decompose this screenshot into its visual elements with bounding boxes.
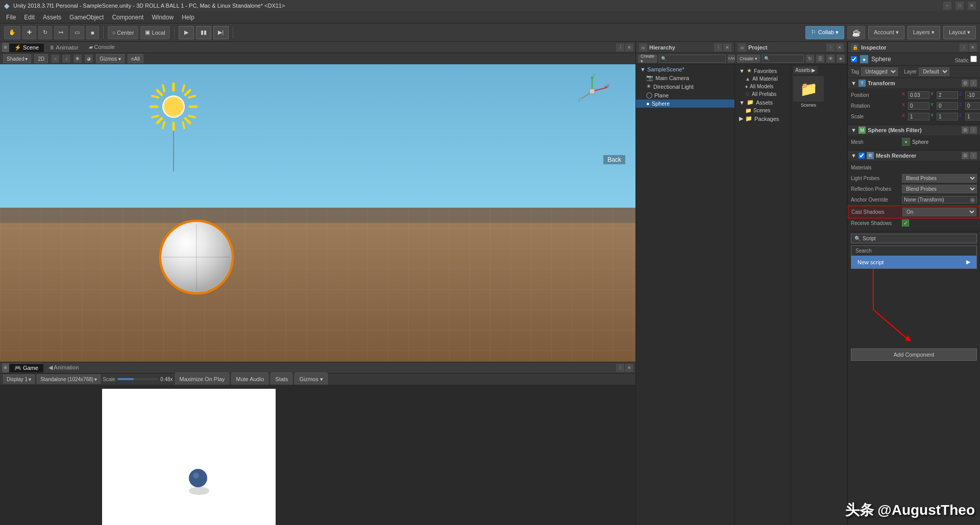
object-active-checkbox[interactable] xyxy=(851,56,857,62)
resolution-dropdown[interactable]: Standalone (1024x768) ▾ xyxy=(37,374,101,384)
play-btn[interactable]: ▶ xyxy=(179,26,194,39)
mr-settings-btn[interactable]: ⚙ xyxy=(962,152,969,159)
cast-shadows-dropdown[interactable]: On xyxy=(902,208,976,216)
receive-shadows-checkbox[interactable]: ✓ xyxy=(902,219,909,227)
proj-search-box[interactable]: 🔍 xyxy=(762,55,804,63)
menu-window[interactable]: Window xyxy=(148,13,178,22)
hier-all-btn[interactable]: ≡All xyxy=(728,55,735,63)
rot-y-input[interactable] xyxy=(937,102,958,110)
proj-settings-btn[interactable]: ☰ xyxy=(816,55,824,63)
scale-y-input[interactable] xyxy=(937,113,958,120)
rect-tool[interactable]: ▭ xyxy=(70,26,84,39)
collab-btn[interactable]: ⚐ Collab ▾ xyxy=(805,26,844,39)
minimize-btn[interactable]: − xyxy=(943,2,951,10)
rot-x-input[interactable] xyxy=(908,102,929,110)
pause-btn[interactable]: ▮▮ xyxy=(196,26,211,39)
new-script-item[interactable]: New script ▶ xyxy=(851,256,976,268)
pos-x-input[interactable] xyxy=(908,91,929,99)
scale-slider-track[interactable] xyxy=(117,378,158,380)
close-btn[interactable]: ✕ xyxy=(968,2,976,10)
scene-panel-dock[interactable]: ⁝ xyxy=(616,43,624,52)
proj-eye-btn[interactable]: 👁 xyxy=(826,55,835,63)
component-search-box[interactable]: 🔍 xyxy=(851,234,977,243)
scale-tool[interactable]: ↦ xyxy=(54,26,68,39)
scene-light-btn[interactable]: ☼ xyxy=(51,55,59,63)
menu-edit[interactable]: Edit xyxy=(20,13,39,22)
proj-assets-header[interactable]: ▼ 📁 Assets xyxy=(735,98,791,107)
hier-directional-light[interactable]: ☀ Directional Light xyxy=(636,82,734,91)
insp-dock-btn[interactable]: ⁝ xyxy=(960,43,968,52)
proj-create-btn[interactable]: Create ▾ xyxy=(737,55,760,63)
hier-search-box[interactable]: 🔍 xyxy=(659,55,726,63)
scene-hidden-btn[interactable]: ◕ xyxy=(85,55,93,63)
services-btn[interactable]: ☕ xyxy=(847,26,865,39)
maximize-on-play-btn[interactable]: Maximize On Play xyxy=(175,372,230,386)
2d-toggle[interactable]: 2D xyxy=(34,54,48,63)
anchor-override-value[interactable]: None (Transform) ◎ xyxy=(902,196,977,204)
scene-audio-btn[interactable]: ♪ xyxy=(62,55,70,63)
proj-favorites-header[interactable]: ▼ ★ Favorites xyxy=(735,66,791,75)
mesh-filter-header[interactable]: ▼ M Sphere (Mesh Filter) ⚙ ⁝ xyxy=(848,125,980,135)
mute-audio-btn[interactable]: Mute Audio xyxy=(231,372,268,386)
mf-settings-btn[interactable]: ⚙ xyxy=(962,127,969,134)
layout-btn[interactable]: Layout ▾ xyxy=(943,26,976,39)
tab-animator[interactable]: ⏸ Animator xyxy=(44,43,83,52)
insp-close-btn[interactable]: ✕ xyxy=(969,43,977,52)
proj-scenes-folder[interactable]: 📁 Scenes xyxy=(735,107,791,114)
local-btn[interactable]: ▣ Local xyxy=(140,26,169,39)
scene-fx-btn[interactable]: ✺ xyxy=(74,55,82,63)
hier-search-input[interactable] xyxy=(667,56,724,61)
layers-btn[interactable]: Layers ▾ xyxy=(908,26,940,39)
move-tool[interactable]: ✚ xyxy=(22,26,36,39)
bottom-panel-dock[interactable]: ⁝ xyxy=(616,364,624,372)
display-dropdown[interactable]: Display 1 ▾ xyxy=(3,374,35,384)
scene-panel-close[interactable]: ✕ xyxy=(625,43,633,52)
tab-animation[interactable]: ◀ Animation xyxy=(43,363,84,372)
bottom-panel-close[interactable]: ✕ xyxy=(625,364,633,372)
proj-lock-btn[interactable]: ⚌ xyxy=(738,43,746,52)
menu-assets[interactable]: Assets xyxy=(39,13,65,22)
component-search-input[interactable] xyxy=(863,236,973,241)
proj-star-btn[interactable]: ★ xyxy=(837,55,845,63)
menu-file[interactable]: File xyxy=(2,13,20,22)
game-gizmos-dropdown[interactable]: Gizmos ▾ xyxy=(295,372,327,386)
maximize-btn[interactable]: □ xyxy=(955,2,964,10)
scenes-folder-item[interactable]: 📁 Scenes xyxy=(793,76,824,108)
mesh-renderer-header[interactable]: ▼ R Mesh Renderer ⚙ ⁝ xyxy=(848,151,980,161)
pos-y-input[interactable] xyxy=(937,91,958,99)
pos-z-input[interactable] xyxy=(965,91,980,99)
tab-scene[interactable]: ⚡ Scene xyxy=(9,43,44,52)
hier-plane[interactable]: ◯ Plane xyxy=(636,91,734,99)
add-component-btn[interactable]: Add Component xyxy=(851,348,977,361)
menu-help[interactable]: Help xyxy=(178,13,199,22)
proj-all-prefabs[interactable]: ♢ All Prefabs xyxy=(735,90,791,98)
hand-tool[interactable]: ✋ xyxy=(4,26,20,39)
transform-settings-btn[interactable]: ⚙ xyxy=(962,80,969,87)
rotate-tool[interactable]: ↻ xyxy=(38,26,52,39)
sphere-object[interactable] xyxy=(158,219,235,295)
light-probes-dropdown[interactable]: Blend Probes xyxy=(902,174,977,183)
hier-lock-btn[interactable]: ⚌ xyxy=(639,43,647,52)
hierarchy-scene[interactable]: ▼ SampleScene* xyxy=(636,65,734,73)
transform-header[interactable]: ▼ T Transform ⚙ ⁝ xyxy=(848,78,980,88)
reflection-probes-dropdown[interactable]: Blend Probes xyxy=(902,185,977,193)
hier-main-camera[interactable]: 📷 Main Camera xyxy=(636,73,734,82)
proj-all-material[interactable]: ▲ All Material xyxy=(735,75,791,83)
center-btn[interactable]: ○ Center xyxy=(108,26,139,39)
all-dropdown[interactable]: ≡All xyxy=(128,54,143,63)
transform-menu-btn[interactable]: ⁝ xyxy=(970,80,977,87)
mr-menu-btn[interactable]: ⁝ xyxy=(970,152,977,159)
hier-close-btn[interactable]: ✕ xyxy=(723,43,731,52)
scale-x-input[interactable] xyxy=(908,113,929,120)
hier-dock-btn[interactable]: ⁝ xyxy=(714,43,722,52)
assets-breadcrumb-btn[interactable]: Assets ▶ xyxy=(793,66,818,74)
rot-z-input[interactable] xyxy=(965,102,980,110)
menu-component[interactable]: Component xyxy=(108,13,148,22)
gizmos-dropdown[interactable]: Gizmos ▾ xyxy=(96,54,125,63)
menu-gameobject[interactable]: GameObject xyxy=(65,13,108,22)
proj-close-btn[interactable]: ✕ xyxy=(836,43,844,52)
hier-sphere[interactable]: ● Sphere xyxy=(636,99,734,108)
tag-dropdown[interactable]: Untagged xyxy=(861,67,898,76)
proj-all-models[interactable]: ♦ All Models xyxy=(735,83,791,90)
proj-refresh-btn[interactable]: ↻ xyxy=(806,55,814,63)
